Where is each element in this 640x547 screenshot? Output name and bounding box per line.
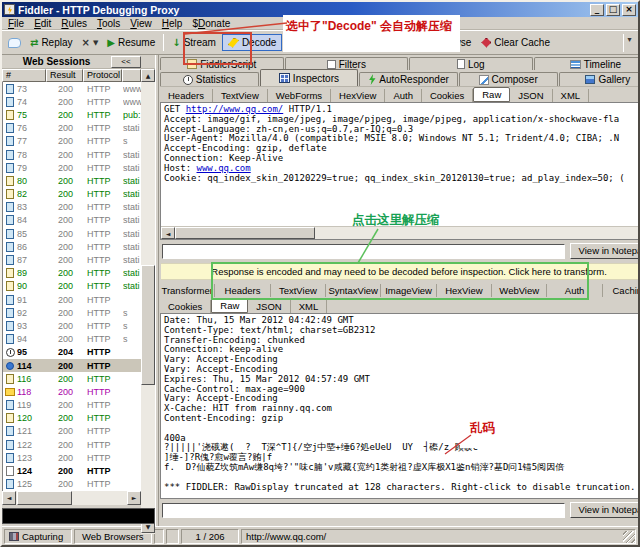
main-tab-statistics[interactable]: Statistics: [160, 72, 259, 86]
menu-item-view[interactable]: View: [125, 18, 157, 29]
response-tab-transformer[interactable]: Transformer: [160, 284, 215, 297]
request-tab-webforms[interactable]: WebForms: [268, 89, 331, 102]
request-tab-cookies[interactable]: Cookies: [422, 89, 473, 102]
doc-icon: [6, 202, 14, 212]
session-row[interactable]: 89200HTTPstati: [3, 267, 141, 280]
session-row[interactable]: 114200HTTP: [3, 359, 141, 372]
clear-cache-gem-icon: [481, 38, 491, 48]
quickexec-input[interactable]: [2, 508, 155, 524]
main-tab-inspectors[interactable]: Inspectors: [260, 69, 359, 86]
session-row[interactable]: 92200HTTPs: [3, 306, 141, 319]
request-tab-raw[interactable]: Raw: [473, 87, 510, 102]
response-view-in-notepad-button[interactable]: View in Notepad: [570, 502, 640, 518]
sessions-horizontal-scrollbar[interactable]: ◄ ►: [2, 491, 141, 505]
scrollbar-thumb[interactable]: [17, 491, 72, 505]
request-tab-json[interactable]: JSON: [510, 89, 552, 102]
scrollbar-thumb[interactable]: [175, 227, 315, 239]
secondary-tab-log[interactable]: Log: [409, 57, 533, 70]
replay-button[interactable]: ⇄ Replay: [27, 35, 76, 50]
session-row[interactable]: 91200HTTP: [3, 293, 141, 306]
session-row[interactable]: 80200HTTPstati: [3, 174, 141, 187]
session-row[interactable]: 122200HTTP: [3, 438, 141, 451]
session-row[interactable]: 75200HTTPpub:: [3, 108, 141, 121]
collapse-panel-button[interactable]: <<: [111, 56, 141, 68]
session-row[interactable]: 118200HTTP: [3, 385, 141, 398]
doc-icon: [6, 295, 14, 305]
scroll-left-button[interactable]: ◄: [2, 491, 16, 505]
request-tab-hexview[interactable]: HexView: [331, 89, 385, 102]
request-url-link[interactable]: www.qq.com: [197, 163, 251, 173]
session-row[interactable]: 124200HTTP: [3, 464, 141, 477]
response-tab-cookies[interactable]: Cookies: [160, 300, 211, 313]
column-header-result[interactable]: Result: [46, 69, 83, 82]
minimize-button[interactable]: _: [590, 4, 604, 16]
column-header-protocol[interactable]: Protocol: [83, 69, 122, 82]
session-row[interactable]: 83200HTTPstati: [3, 201, 141, 214]
session-row[interactable]: 73200HTTPwww: [3, 82, 141, 95]
capturing-status[interactable]: Capturing: [4, 529, 72, 544]
sessions-vertical-scrollbar[interactable]: ▲ ▼: [141, 69, 155, 534]
menu-item-tools[interactable]: Tools: [92, 18, 125, 29]
session-row[interactable]: 87200HTTPstati: [3, 253, 141, 266]
request-url-link[interactable]: http://www.qq.com/: [186, 104, 284, 114]
stats-icon: [183, 75, 193, 85]
session-row[interactable]: 120200HTTP: [3, 412, 141, 425]
session-row[interactable]: 78200HTTPstati: [3, 148, 141, 161]
session-row[interactable]: 119200HTTP: [3, 399, 141, 412]
response-tab-xml[interactable]: XML: [291, 300, 328, 313]
session-row[interactable]: 76200HTTPstati: [3, 122, 141, 135]
request-tab-auth[interactable]: Auth: [385, 89, 422, 102]
session-row[interactable]: 90200HTTPstati: [3, 280, 141, 293]
response-tab-json[interactable]: JSON: [248, 300, 290, 313]
session-row[interactable]: 93200HTTPs: [3, 319, 141, 332]
request-tab-headers[interactable]: Headers: [160, 89, 213, 102]
session-row[interactable]: 95204HTTP: [3, 346, 141, 359]
response-tab-raw[interactable]: Raw: [211, 298, 248, 313]
menu-item-donate[interactable]: $Donate: [187, 18, 235, 29]
scrollbar-thumb[interactable]: [141, 265, 155, 385]
maximize-button[interactable]: □: [606, 4, 620, 16]
session-row[interactable]: 125200HTTP: [3, 478, 141, 491]
request-tab-xml[interactable]: XML: [553, 89, 590, 102]
resize-grip[interactable]: [623, 531, 635, 543]
script-icon: [6, 268, 14, 278]
request-filter-input[interactable]: [162, 244, 565, 259]
session-row[interactable]: 116200HTTP: [3, 372, 141, 385]
scroll-right-button[interactable]: ►: [127, 491, 141, 505]
column-header-number[interactable]: #: [2, 69, 46, 82]
main-tab-composer[interactable]: Composer: [459, 72, 558, 86]
session-row[interactable]: 79200HTTPstati: [3, 161, 141, 174]
secondary-tab-timeline[interactable]: Timeline: [534, 57, 640, 70]
session-row[interactable]: 94200HTTPs: [3, 333, 141, 346]
request-view-in-notepad-button[interactable]: View in Notepad: [570, 243, 640, 259]
menu-item-rules[interactable]: Rules: [56, 18, 92, 29]
response-filter-input[interactable]: [162, 503, 565, 518]
response-tab-caching[interactable]: Caching: [603, 284, 640, 297]
menu-item-file[interactable]: File: [3, 18, 29, 29]
doc-icon: [6, 97, 14, 107]
main-tab-autoresponder[interactable]: AutoResponder: [359, 72, 458, 86]
session-row[interactable]: 85200HTTPstati: [3, 227, 141, 240]
session-row[interactable]: 121200HTTP: [3, 425, 141, 438]
clock-icon: [6, 348, 15, 357]
toolbar-overflow-button[interactable]: ▾: [623, 34, 635, 52]
resume-button[interactable]: ▶ Resume: [104, 35, 158, 50]
session-row[interactable]: 84200HTTPstati: [3, 214, 141, 227]
comment-button[interactable]: [5, 36, 24, 50]
menu-item-edit[interactable]: Edit: [29, 18, 56, 29]
request-tab-textview[interactable]: TextView: [213, 89, 268, 102]
session-row[interactable]: 123200HTTP: [3, 451, 141, 464]
main-tab-gallery[interactable]: Gallery: [559, 72, 640, 86]
scroll-left-button[interactable]: ◄: [161, 227, 175, 239]
session-row[interactable]: 74200HTTPwww: [3, 95, 141, 108]
remove-button[interactable]: × ▼: [79, 35, 102, 50]
menu-item-help[interactable]: Help: [157, 18, 188, 29]
scroll-up-button[interactable]: ▲: [141, 69, 155, 82]
session-row[interactable]: 82200HTTPstati: [3, 188, 141, 201]
session-row[interactable]: 77200HTTPs: [3, 135, 141, 148]
response-raw-view[interactable]: Date: Thu, 15 Mar 2012 04:42:49 GMTConte…: [160, 313, 640, 499]
clear-cache-button[interactable]: Clear Cache: [478, 35, 553, 50]
close-button[interactable]: ×: [622, 4, 636, 16]
column-header-host[interactable]: [122, 69, 141, 82]
session-row[interactable]: 86200HTTPstati: [3, 240, 141, 253]
